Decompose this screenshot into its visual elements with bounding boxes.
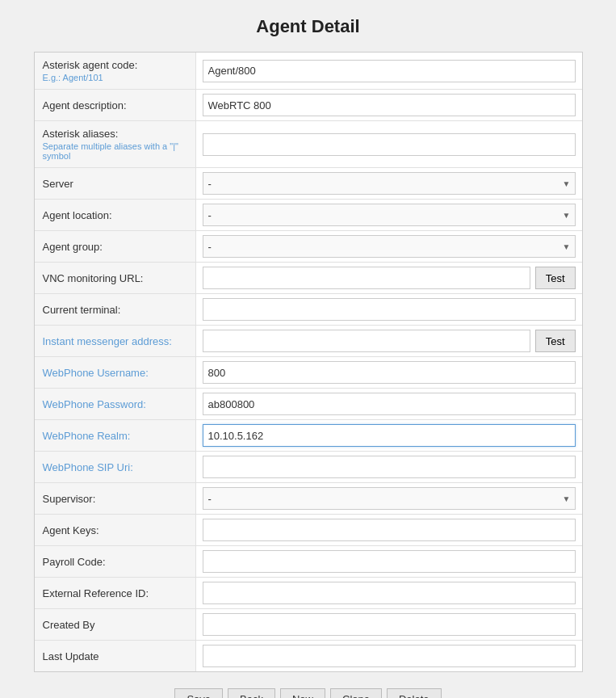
new-button[interactable]: New (280, 688, 325, 698)
input-cell-payroll-code (196, 546, 582, 577)
label-current-terminal: Current terminal: (35, 294, 196, 325)
input-cell-server: - (196, 168, 582, 199)
input-cell-asterisk-agent-code (196, 53, 582, 89)
label-external-reference-id: External Reference ID: (35, 578, 196, 608)
row-instant-messenger: Instant messenger address: Test (35, 326, 582, 357)
agent-keys-input[interactable] (203, 519, 576, 541)
action-buttons: Save Back New Clone Delete (174, 688, 441, 698)
label-created-by: Created By (35, 609, 196, 640)
agent-group-select-wrapper: - (203, 235, 576, 258)
external-reference-id-input[interactable] (203, 582, 576, 604)
webphone-sip-uri-input[interactable] (203, 456, 576, 478)
label-supervisor: Supervisor: (35, 483, 196, 514)
label-agent-group: Agent group: (35, 231, 196, 262)
input-cell-created-by (196, 609, 582, 640)
asterisk-aliases-input[interactable] (203, 133, 576, 156)
input-cell-webphone-username (196, 357, 582, 388)
label-webphone-username: WebPhone Username: (35, 357, 196, 388)
label-agent-keys: Agent Keys: (35, 515, 196, 545)
input-cell-vnc-monitoring-url: Test (196, 263, 582, 293)
row-supervisor: Supervisor: - (35, 483, 582, 515)
instant-messenger-input[interactable] (203, 330, 530, 352)
row-agent-keys: Agent Keys: (35, 515, 582, 546)
row-server: Server - (35, 168, 582, 200)
input-cell-asterisk-aliases (196, 121, 582, 167)
back-button[interactable]: Back (228, 688, 275, 698)
input-cell-webphone-realm (196, 420, 582, 451)
clone-button[interactable]: Clone (330, 688, 382, 698)
row-webphone-sip-uri: WebPhone SIP Uri: (35, 452, 582, 483)
vnc-test-button[interactable]: Test (535, 267, 576, 289)
row-agent-description: Agent description: (35, 90, 582, 121)
label-webphone-sip-uri: WebPhone SIP Uri: (35, 452, 196, 482)
row-vnc-monitoring-url: VNC monitoring URL: Test (35, 263, 582, 294)
label-agent-location: Agent location: (35, 200, 196, 230)
webphone-password-input[interactable] (203, 393, 576, 415)
vnc-monitoring-url-input[interactable] (203, 267, 530, 289)
row-webphone-password: WebPhone Password: (35, 389, 582, 420)
label-agent-description: Agent description: (35, 90, 196, 120)
row-asterisk-aliases: Asterisk aliases: Separate multiple alia… (35, 121, 582, 168)
row-payroll-code: Payroll Code: (35, 546, 582, 578)
payroll-code-input[interactable] (203, 550, 576, 573)
agent-location-select-wrapper: - (203, 204, 576, 226)
label-last-update: Last Update (35, 641, 196, 671)
input-cell-last-update (196, 641, 582, 671)
server-select[interactable]: - (203, 172, 576, 195)
created-by-input (203, 613, 576, 636)
input-cell-webphone-sip-uri (196, 452, 582, 482)
save-button[interactable]: Save (174, 688, 223, 698)
input-cell-webphone-password (196, 389, 582, 419)
webphone-username-input[interactable] (203, 361, 576, 384)
page-title: Agent Detail (256, 16, 359, 37)
row-webphone-username: WebPhone Username: (35, 357, 582, 389)
input-cell-current-terminal (196, 294, 582, 325)
agent-description-input[interactable] (203, 94, 576, 116)
label-payroll-code: Payroll Code: (35, 546, 196, 577)
input-cell-agent-keys (196, 515, 582, 545)
input-cell-external-reference-id (196, 578, 582, 608)
row-external-reference-id: External Reference ID: (35, 578, 582, 609)
input-cell-agent-location: - (196, 200, 582, 230)
webphone-realm-input[interactable] (203, 424, 576, 447)
agent-location-select[interactable]: - (203, 204, 576, 226)
server-select-wrapper: - (203, 172, 576, 195)
row-agent-group: Agent group: - (35, 231, 582, 263)
label-webphone-password: WebPhone Password: (35, 389, 196, 419)
agent-detail-form: Asterisk agent code: E.g.: Agent/101 Age… (34, 52, 583, 672)
label-webphone-realm: WebPhone Realm: (35, 420, 196, 451)
supervisor-select-wrapper: - (203, 487, 576, 510)
input-cell-instant-messenger: Test (196, 326, 582, 356)
row-created-by: Created By (35, 609, 582, 641)
current-terminal-input[interactable] (203, 298, 576, 321)
input-cell-agent-description (196, 90, 582, 120)
asterisk-agent-code-input[interactable] (203, 60, 576, 82)
input-cell-supervisor: - (196, 483, 582, 514)
supervisor-select[interactable]: - (203, 487, 576, 510)
delete-button[interactable]: Delete (387, 688, 442, 698)
row-agent-location: Agent location: - (35, 200, 582, 231)
row-last-update: Last Update (35, 641, 582, 671)
input-cell-agent-group: - (196, 231, 582, 262)
label-vnc-monitoring-url: VNC monitoring URL: (35, 263, 196, 293)
label-asterisk-aliases: Asterisk aliases: Separate multiple alia… (35, 121, 196, 167)
last-update-input (203, 645, 576, 667)
row-current-terminal: Current terminal: (35, 294, 582, 326)
label-instant-messenger: Instant messenger address: (35, 326, 196, 356)
row-webphone-realm: WebPhone Realm: (35, 420, 582, 452)
label-asterisk-agent-code: Asterisk agent code: E.g.: Agent/101 (35, 53, 196, 89)
label-server: Server (35, 168, 196, 199)
row-asterisk-agent-code: Asterisk agent code: E.g.: Agent/101 (35, 53, 582, 90)
instant-messenger-test-button[interactable]: Test (535, 330, 576, 352)
agent-group-select[interactable]: - (203, 235, 576, 258)
